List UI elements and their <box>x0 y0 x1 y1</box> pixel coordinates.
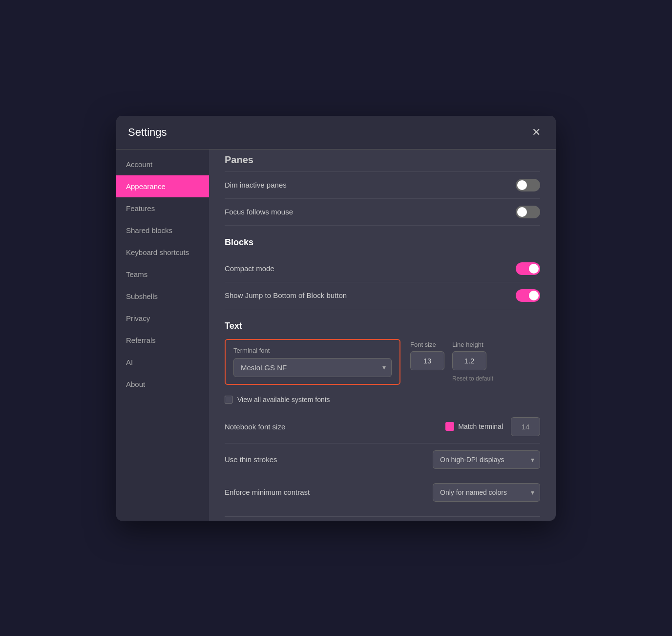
main-content: Panes Dim inactive panes Focus follows m… <box>209 149 556 521</box>
bottom-divider <box>225 516 540 517</box>
use-thin-strokes-select[interactable]: On high-DPI displays Always Never <box>433 450 540 469</box>
compact-mode-thumb <box>529 264 539 274</box>
notebook-font-controls: ✓ Match terminal <box>445 417 540 436</box>
enforce-min-contrast-select[interactable]: Only for named colors Always Never <box>433 483 540 502</box>
compact-mode-row: Compact mode <box>225 255 540 282</box>
dim-inactive-panes-thumb <box>517 180 527 190</box>
use-thin-strokes-wrapper: On high-DPI displays Always Never ▾ <box>433 450 540 469</box>
sidebar-item-ai[interactable]: AI <box>116 351 209 373</box>
match-terminal-label[interactable]: Match terminal <box>458 423 503 430</box>
show-jump-to-bottom-thumb <box>529 291 539 300</box>
compact-mode-label: Compact mode <box>225 264 274 273</box>
enforce-min-contrast-label: Enforce minimum contrast <box>225 488 310 496</box>
font-size-label: Font size <box>410 341 444 348</box>
sidebar-item-about[interactable]: About <box>116 373 209 395</box>
blocks-section-title: Blocks <box>225 237 540 248</box>
view-all-fonts-checkbox[interactable] <box>225 396 232 403</box>
enforce-min-contrast-wrapper: Only for named colors Always Never ▾ <box>433 483 540 502</box>
notebook-font-size-label: Notebook font size <box>225 423 285 431</box>
sidebar-item-teams[interactable]: Teams <box>116 263 209 285</box>
terminal-font-label: Terminal font <box>233 347 392 354</box>
line-height-label: Line height <box>452 341 493 348</box>
close-button[interactable]: ✕ <box>528 125 544 140</box>
terminal-font-wrapper: MesloLGS NF Menlo Monaco Courier New Fir… <box>233 358 392 377</box>
line-height-input[interactable] <box>452 351 486 370</box>
terminal-font-box: Terminal font MesloLGS NF Menlo Monaco C… <box>225 339 400 385</box>
view-all-fonts-row: View all available system fonts <box>225 389 540 410</box>
line-height-group: Line height Reset to default <box>452 341 493 382</box>
show-jump-to-bottom-row: Show Jump to Bottom of Block button <box>225 282 540 309</box>
dim-inactive-panes-label: Dim inactive panes <box>225 181 287 189</box>
terminal-font-select[interactable]: MesloLGS NF Menlo Monaco Courier New Fir… <box>233 358 392 377</box>
focus-follows-mouse-toggle[interactable] <box>516 206 540 218</box>
dim-inactive-panes-toggle[interactable] <box>516 179 540 191</box>
sidebar: Account Appearance Features Shared block… <box>116 149 209 521</box>
font-size-group: Font size <box>410 341 444 370</box>
match-terminal-group: ✓ Match terminal <box>445 422 503 431</box>
settings-modal: Settings ✕ Account Appearance Features S… <box>116 116 556 521</box>
enforce-min-contrast-row: Enforce minimum contrast Only for named … <box>225 476 540 509</box>
sidebar-item-shared-blocks[interactable]: Shared blocks <box>116 219 209 241</box>
sidebar-item-features[interactable]: Features <box>116 197 209 219</box>
show-jump-to-bottom-toggle[interactable] <box>516 289 540 302</box>
modal-header: Settings ✕ <box>116 116 556 149</box>
modal-body: Account Appearance Features Shared block… <box>116 149 556 521</box>
modal-title: Settings <box>128 126 167 139</box>
notebook-font-size-row: Notebook font size ✓ Match terminal <box>225 410 540 444</box>
use-thin-strokes-label: Use thin strokes <box>225 455 277 464</box>
view-all-fonts-label[interactable]: View all available system fonts <box>237 396 330 403</box>
show-jump-to-bottom-label: Show Jump to Bottom of Block button <box>225 291 347 299</box>
panes-section-title: Panes <box>225 149 540 172</box>
sidebar-item-privacy[interactable]: Privacy <box>116 307 209 329</box>
focus-follows-mouse-row: Focus follows mouse <box>225 199 540 226</box>
notebook-font-size-input[interactable] <box>511 417 540 436</box>
text-section-title: Text <box>225 321 540 331</box>
dim-inactive-panes-row: Dim inactive panes <box>225 172 540 199</box>
sidebar-item-keyboard-shortcuts[interactable]: Keyboard shortcuts <box>116 241 209 263</box>
use-thin-strokes-row: Use thin strokes On high-DPI displays Al… <box>225 444 540 476</box>
sidebar-item-appearance[interactable]: Appearance <box>116 175 209 197</box>
sidebar-item-referrals[interactable]: Referrals <box>116 329 209 351</box>
match-terminal-checkbox[interactable]: ✓ <box>445 422 454 431</box>
sidebar-item-subshells[interactable]: Subshells <box>116 285 209 307</box>
reset-to-default-link[interactable]: Reset to default <box>452 375 493 382</box>
focus-follows-mouse-thumb <box>517 207 527 217</box>
focus-follows-mouse-label: Focus follows mouse <box>225 208 293 216</box>
sidebar-item-account[interactable]: Account <box>116 153 209 175</box>
font-size-input[interactable] <box>410 351 444 370</box>
compact-mode-toggle[interactable] <box>516 262 540 275</box>
